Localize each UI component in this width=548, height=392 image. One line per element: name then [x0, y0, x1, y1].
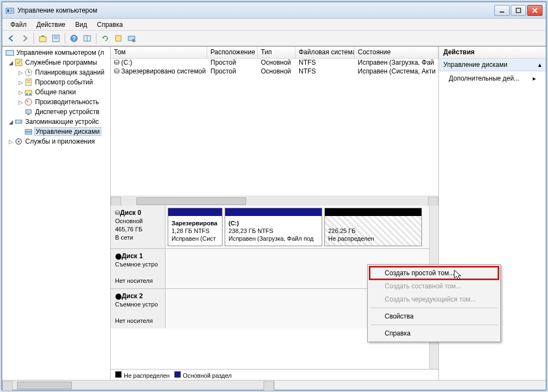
tree-shared-folders[interactable]: ▷Общие папки — [3, 87, 109, 97]
window-title: Управление компьютером — [18, 7, 493, 14]
volume-row[interactable]: ⛁ (C:) Простой Основной NTFS Исправен (З… — [111, 59, 438, 67]
volume-header: Том Расположение Тип Файловая система Со… — [111, 47, 438, 59]
partition-unallocated[interactable]: 226,25 ГБ Не распределен — [324, 208, 422, 246]
hscroll[interactable] — [111, 196, 438, 206]
action-button[interactable] — [112, 32, 124, 44]
col-type[interactable]: Тип — [258, 47, 295, 58]
svg-rect-35 — [25, 129, 32, 132]
svg-rect-36 — [25, 132, 32, 134]
ctx-create-striped-volume: Создать чередующийся том... — [369, 293, 499, 306]
svg-rect-2 — [10, 9, 13, 12]
maximize-button[interactable] — [511, 5, 526, 16]
volume-row[interactable]: ⛁ Зарезервировано системой Простой Основ… — [111, 67, 438, 76]
ctx-properties[interactable]: Свойства — [369, 310, 499, 323]
menu-help[interactable]: Справка — [92, 20, 128, 30]
disk-row-0: ⛁Диск 0 Основной 465,76 ГБ В сети Зарезе… — [111, 206, 429, 249]
svg-point-27 — [26, 93, 28, 95]
menu-action[interactable]: Действие — [32, 20, 71, 30]
menubar: Файл Действие Вид Справка — [2, 19, 546, 31]
legend: Не распределен Основной раздел — [111, 369, 438, 380]
chevron-right-icon: ▸ — [533, 75, 536, 82]
minimize-button[interactable] — [494, 5, 510, 16]
svg-text:?: ? — [72, 36, 76, 42]
tree-services-apps[interactable]: ▷Службы и приложения — [3, 137, 109, 146]
disk-icon: ⛁ — [115, 209, 120, 216]
help-button[interactable]: ? — [68, 32, 80, 44]
back-button[interactable] — [5, 32, 18, 44]
view-button[interactable] — [81, 32, 93, 44]
tree-event-viewer[interactable]: ▷Просмотр событий — [3, 77, 109, 87]
nav-tree[interactable]: Управление компьютером (л ◢Служебные про… — [2, 47, 111, 380]
svg-rect-18 — [6, 50, 14, 55]
volume-list[interactable]: ⛁ (C:) Простой Основной NTFS Исправен (З… — [111, 59, 438, 196]
tree-system-tools[interactable]: ◢Служебные программы — [3, 58, 109, 67]
svg-rect-32 — [27, 114, 30, 115]
disk-icon: ⛁ — [114, 59, 119, 66]
actions-more[interactable]: Дополнительные дей... ▸ — [439, 71, 546, 86]
tree-disk-management[interactable]: Управление дисками — [3, 127, 109, 137]
disk-info[interactable]: ⬤Диск 1 Съемное устро Нет носителя — [111, 249, 165, 288]
disk-icon: ⛁ — [114, 67, 119, 75]
svg-rect-31 — [26, 110, 31, 113]
tree-performance[interactable]: ▷Производительность — [3, 97, 109, 107]
svg-rect-15 — [116, 36, 121, 41]
tree-storage[interactable]: ◢Запоминающие устройс — [3, 117, 109, 127]
close-button[interactable] — [527, 5, 543, 16]
col-fs[interactable]: Файловая система — [295, 47, 355, 58]
svg-rect-4 — [516, 8, 521, 13]
svg-rect-1 — [7, 9, 9, 12]
app-icon — [5, 6, 14, 15]
bottom-scroll[interactable] — [2, 380, 546, 390]
disk-info[interactable]: ⬤Диск 2 Съемное устро Нет носителя — [111, 289, 165, 328]
refresh-button[interactable] — [99, 32, 111, 44]
disk-info[interactable]: ⛁Диск 0 Основной 465,76 ГБ В сети — [111, 206, 165, 248]
properties-button[interactable] — [50, 32, 62, 44]
ctx-create-spanned-volume: Создать составной том... — [369, 280, 499, 293]
ctx-help[interactable]: Справка — [369, 327, 499, 340]
tree-task-scheduler[interactable]: ▷Планировщик заданий — [3, 67, 109, 77]
svg-point-38 — [18, 140, 20, 143]
menu-file[interactable]: Файл — [5, 20, 32, 30]
col-status[interactable]: Состояние — [355, 47, 438, 58]
context-menu: Создать простой том... Создать составной… — [367, 264, 501, 342]
tree-device-manager[interactable]: Диспетчер устройств — [3, 107, 109, 117]
actions-header: Действия — [439, 47, 546, 59]
svg-rect-7 — [39, 37, 46, 42]
removable-icon: ⬤ — [115, 293, 122, 299]
toolbar: ? — [2, 31, 546, 46]
col-volume[interactable]: Том — [111, 47, 207, 58]
ctx-create-simple-volume[interactable]: Создать простой том... — [369, 266, 499, 280]
actions-disk-management[interactable]: Управление дисками ▴ — [439, 59, 546, 71]
svg-point-17 — [132, 39, 135, 42]
partition-reserved[interactable]: Зарезервирова 1,28 ГБ NTFS Исправен (Сис… — [168, 208, 222, 246]
tree-root[interactable]: Управление компьютером (л — [3, 48, 109, 58]
svg-point-28 — [29, 93, 31, 95]
partition-c[interactable]: (C:) 238,23 ГБ NTFS Исправен (Загрузка, … — [225, 208, 322, 246]
menu-view[interactable]: Вид — [70, 20, 92, 30]
removable-icon: ⬤ — [115, 253, 122, 259]
col-layout[interactable]: Расположение — [207, 47, 258, 58]
svg-point-34 — [20, 121, 21, 122]
up-button[interactable] — [37, 32, 49, 44]
settings-button[interactable] — [125, 32, 138, 44]
titlebar[interactable]: Управление компьютером — [2, 2, 546, 19]
collapse-icon: ▴ — [538, 61, 541, 69]
forward-button[interactable] — [19, 32, 31, 44]
